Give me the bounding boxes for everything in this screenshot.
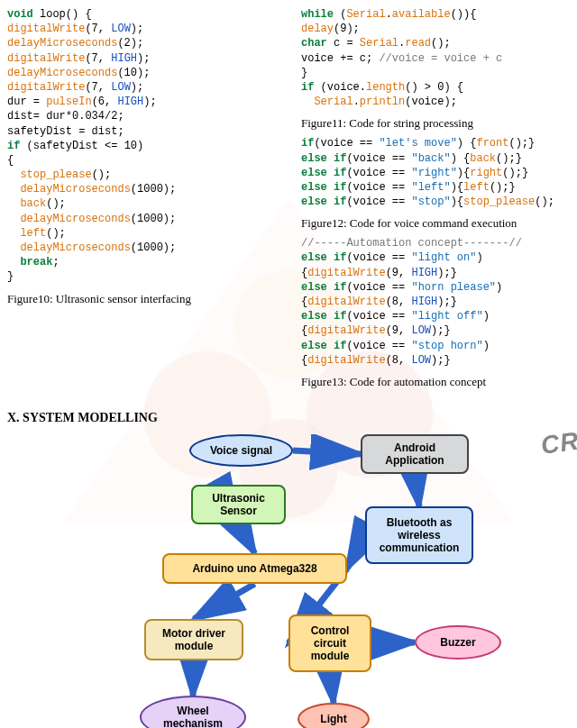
- fig13-caption: Figure13: Code for automation concept: [301, 375, 570, 389]
- flow-node-bt: Bluetooth aswirelesscommunication: [365, 506, 473, 564]
- svg-line-9: [194, 584, 255, 619]
- svg-line-11: [193, 660, 194, 696]
- flow-node-light: Light: [298, 703, 370, 728]
- fig10-caption: Figure10: Ultrasonic sensor interfacing: [7, 292, 288, 306]
- svg-line-13: [371, 642, 415, 643]
- code-fig10: void loop() { digitalWrite(7, LOW); dela…: [7, 7, 288, 285]
- flow-node-buzzer: Buzzer: [415, 625, 501, 660]
- svg-line-12: [330, 672, 334, 703]
- fig11-caption: Figure11: Code for string processing: [301, 116, 570, 131]
- section-heading: X. SYSTEM MODELLING: [7, 411, 570, 425]
- svg-line-6: [415, 474, 419, 506]
- system-model-flowchart: Voice signalAndroidApplicationUltrasonic…: [54, 434, 523, 728]
- code-fig13: //-----Automation concept-------// else …: [301, 236, 570, 368]
- flow-node-motor: Motor drivermodule: [144, 619, 243, 660]
- svg-line-8: [239, 524, 255, 553]
- flow-node-wheel: Wheelmechanism: [140, 696, 246, 728]
- flow-node-ultra: UltrasonicSensor: [191, 485, 286, 524]
- code-fig11: while (Serial.available()){ delay(9); ch…: [301, 7, 570, 109]
- flow-node-ctrl: Controlcircuitmodule: [288, 614, 371, 672]
- code-fig12: if(voice == "let's move") {front();} els…: [301, 136, 570, 209]
- fig12-caption: Figure12: Code for voice command executi…: [301, 216, 570, 231]
- crt-watermark-label: CRT: [539, 424, 577, 460]
- svg-line-5: [293, 450, 361, 454]
- svg-line-7: [347, 535, 365, 569]
- flow-node-voice: Voice signal: [189, 434, 293, 467]
- flow-node-arduino: Arduino uno Atmega328: [162, 553, 347, 584]
- flow-node-android: AndroidApplication: [361, 434, 469, 474]
